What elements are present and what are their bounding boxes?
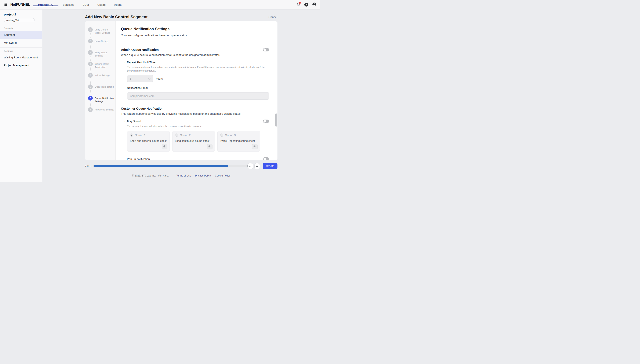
sound-2-preview-button[interactable] (207, 144, 212, 150)
nav-tab-label: Statistics (63, 3, 74, 6)
divider (121, 41, 269, 41)
sidebar: project1 service_374 Controls Segment Mo… (0, 10, 42, 182)
step-number: 4 (88, 62, 93, 66)
page-title: Add New Basic Control Segment (85, 14, 148, 19)
wizard-step-7-active[interactable]: 7 Queue Notification Settings (88, 96, 114, 103)
grid-icon (4, 3, 7, 7)
sound-3-radio[interactable] (220, 134, 223, 137)
nav-tab-statistics[interactable]: Statistics (58, 3, 78, 6)
chevron-down-icon (51, 3, 53, 6)
progress-fill (94, 165, 228, 167)
nav-tab-label: Usage (97, 3, 106, 6)
avatar-icon (312, 2, 316, 7)
step-label: Basic Setting (95, 39, 108, 44)
notification-email-input[interactable] (130, 94, 266, 98)
top-navigation-bar: NetFUNNEL Projects Statistics EUM Usage … (0, 0, 320, 10)
app-launcher-button[interactable] (4, 3, 7, 7)
sound-desc: Long continuous sound effect (175, 140, 212, 142)
wizard-step-6[interactable]: 6 Queue rule setting (88, 84, 114, 89)
play-sound-toggle[interactable] (263, 120, 269, 123)
wizard-step-1[interactable]: 1 Entry Control Model Settings (88, 27, 114, 35)
page-footer: © 2025. STCLab Inc.Ver. 4.6.1|Terms of U… (42, 174, 320, 177)
notifications-button[interactable] (296, 2, 300, 7)
main-area: Add New Basic Control Segment Cancel 1 E… (42, 10, 320, 182)
nav-tab-label: Agent (114, 3, 122, 6)
segment-form-card: 1 Entry Control Model Settings 2 Basic S… (85, 21, 278, 160)
sidebar-item-segment[interactable]: Segment (0, 31, 42, 39)
cancel-button[interactable]: Cancel (268, 16, 277, 18)
nav-tab-agent[interactable]: Agent (110, 3, 126, 6)
step-connector (90, 56, 90, 61)
select-value: 6 (130, 77, 131, 80)
nav-tab-eum[interactable]: EUM (78, 3, 93, 6)
sound-option-3[interactable]: Sound 3 Twice-Repeating sound effect (217, 131, 260, 152)
sound-1-radio[interactable] (130, 134, 133, 137)
content-subheading: You can configure notifications based on… (121, 34, 269, 37)
footer-link-separator: | (212, 174, 213, 177)
sound-name: Sound 1 (135, 134, 146, 137)
wizard-step-8[interactable]: 8 Advanced Settings (88, 107, 114, 112)
privacy-policy-link[interactable]: Privacy Policy (195, 174, 211, 177)
nav-tab-usage[interactable]: Usage (93, 3, 110, 6)
service-select[interactable]: service_374 (4, 18, 35, 22)
step-number: 6 (88, 84, 93, 89)
notification-badge (299, 2, 301, 4)
wizard-step-2[interactable]: 2 Basic Setting (88, 39, 114, 44)
speaker-icon (253, 145, 256, 148)
cookie-policy-link[interactable]: Cookie Policy (215, 174, 230, 177)
wizard-step-4[interactable]: 4 Waiting Room Application (88, 62, 114, 69)
step-connector (90, 45, 90, 49)
wizard-step-5[interactable]: 5 Inflow Settings (88, 73, 114, 78)
sound-name: Sound 3 (225, 134, 236, 137)
account-button[interactable] (312, 2, 316, 7)
step-number: 5 (88, 73, 93, 78)
progress-label: 7 of 8 (85, 165, 92, 168)
step-number: 8 (88, 107, 93, 112)
version-text: Ver. 4.6.1 (158, 174, 169, 177)
nav-tab-projects[interactable]: Projects (33, 3, 58, 6)
sound-option-1[interactable]: Sound 1 Short and cheerful sound effect (127, 131, 170, 152)
admin-queue-notification-toggle[interactable] (263, 48, 269, 52)
speaker-icon (208, 145, 211, 148)
footer-link-separator: | (193, 174, 194, 177)
sidebar-item-waiting-room-management[interactable]: Waiting Room Management (0, 54, 42, 61)
primary-nav-tabs: Projects Statistics EUM Usage Agent (33, 3, 126, 6)
copyright-text: © 2025. STCLab Inc. (132, 174, 156, 177)
create-button[interactable]: Create (263, 163, 278, 169)
sound-option-2[interactable]: Sound 2 Long continuous sound effect (172, 131, 215, 152)
sound-1-preview-button[interactable] (162, 144, 168, 150)
wizard-footer: 7 of 8 Create (85, 163, 278, 169)
sidebar-item-label: Waiting Room Management (4, 56, 38, 59)
customer-queue-notification-title: Customer Queue Notification (121, 107, 164, 110)
sound-3-preview-button[interactable] (252, 144, 258, 150)
sound-2-radio[interactable] (175, 134, 178, 137)
step-connector (90, 90, 90, 95)
previous-step-button[interactable] (248, 163, 253, 169)
step-connector (90, 33, 90, 38)
step-label: Waiting Room Application (95, 62, 114, 69)
project-name: project1 (4, 12, 38, 16)
chevron-up-icon (249, 164, 252, 168)
sidebar-item-label: Monitoring (4, 41, 17, 44)
netfunnel-logo[interactable]: NetFUNNEL (10, 2, 30, 7)
help-button[interactable]: ? (304, 3, 308, 6)
card-scrollbar-thumb[interactable] (275, 114, 277, 126)
help-icon: ? (304, 3, 308, 6)
sidebar-item-monitoring[interactable]: Monitoring (0, 39, 42, 46)
play-sound-label: Play Sound (125, 120, 141, 123)
repeat-alert-limit-time-label: Repeat Alert Limit Time (125, 61, 269, 64)
repeat-alert-hours-select[interactable]: 6 (127, 75, 153, 82)
next-step-button[interactable] (254, 163, 260, 169)
sidebar-item-project-management[interactable]: Project Management (0, 61, 42, 69)
repeat-alert-limit-time-desc: The minimum interval for sending queue a… (127, 66, 267, 72)
wizard-step-3[interactable]: 3 Entry Status Settings (88, 50, 114, 58)
step-number: 1 (88, 27, 93, 32)
nav-tab-label: EUM (82, 3, 89, 6)
step-label: Entry Control Model Settings (95, 27, 114, 35)
speaker-icon (163, 145, 166, 148)
service-select-value: service_374 (6, 19, 18, 22)
step-label: Advanced Settings (95, 107, 114, 112)
popup-notification-toggle[interactable] (263, 157, 269, 160)
terms-of-use-link[interactable]: Terms of Use (176, 174, 191, 177)
sidebar-section-settings: Settings (0, 48, 42, 54)
